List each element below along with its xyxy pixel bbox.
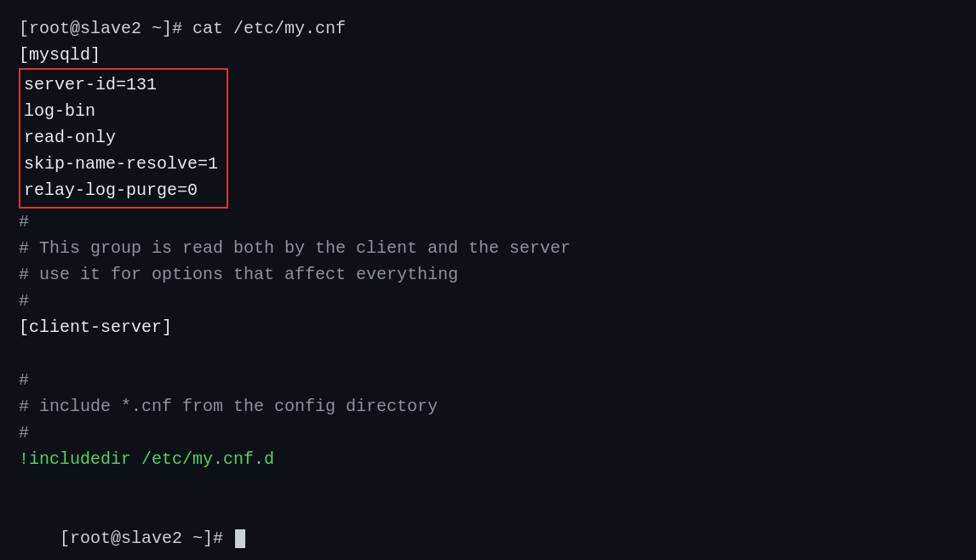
comment-line-1: # This group is read both by the client … bbox=[19, 235, 957, 261]
relay-log-purge-line: relay-log-purge=0 bbox=[24, 177, 218, 203]
client-server-section: [client-server] bbox=[19, 314, 957, 340]
terminal-window: [root@slave2 ~]# cat /etc/my.cnf [mysqld… bbox=[0, 0, 976, 560]
hash-line-3: # bbox=[19, 367, 957, 393]
skip-name-resolve-line: skip-name-resolve=1 bbox=[24, 151, 218, 177]
log-bin-line: log-bin bbox=[24, 98, 218, 124]
mysqld-section: [mysqld] bbox=[19, 42, 957, 68]
blank-line-2 bbox=[19, 472, 957, 499]
server-id-line: server-id=131 bbox=[24, 71, 218, 98]
highlighted-config-block: server-id=131 log-bin read-only skip-nam… bbox=[19, 68, 228, 209]
includedir-line: !includedir /etc/my.cnf.d bbox=[19, 446, 957, 472]
cursor-block bbox=[235, 529, 245, 548]
hash-line-1: # bbox=[19, 209, 957, 235]
hash-line-2: # bbox=[19, 288, 957, 314]
prompt-text: [root@slave2 ~]# bbox=[60, 529, 233, 548]
blank-line-1 bbox=[19, 340, 957, 367]
read-only-line: read-only bbox=[24, 124, 218, 151]
hash-line-4: # bbox=[19, 420, 957, 446]
command-line-2: [root@slave2 ~]# bbox=[19, 499, 957, 560]
command-line-1: [root@slave2 ~]# cat /etc/my.cnf bbox=[19, 15, 957, 42]
comment-line-2: # use it for options that affect everyth… bbox=[19, 261, 957, 288]
comment-line-3: # include *.cnf from the config director… bbox=[19, 393, 957, 420]
